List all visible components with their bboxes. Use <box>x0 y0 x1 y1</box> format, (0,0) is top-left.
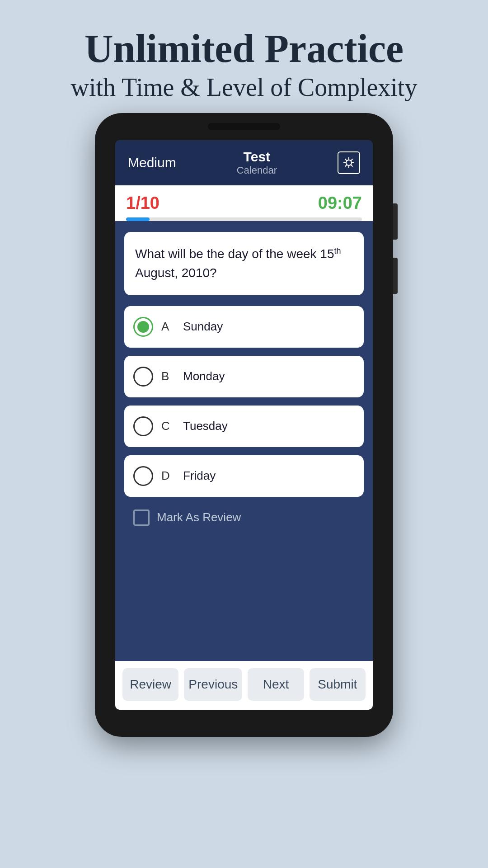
previous-button[interactable]: Previous <box>184 668 242 701</box>
side-button-2 <box>393 258 398 294</box>
submit-button[interactable]: Submit <box>310 668 366 701</box>
option-c[interactable]: C Tuesday <box>124 406 364 447</box>
phone-device: Medium Test Calendar <box>95 113 393 737</box>
option-d-text: Friday <box>183 469 216 483</box>
progress-area: 1/10 09:07 <box>115 185 373 221</box>
main-title: Unlimited Practice <box>0 27 488 71</box>
option-b-text: Monday <box>183 369 225 383</box>
test-label: Test <box>237 149 277 165</box>
option-a-text: Sunday <box>183 320 223 334</box>
radio-b <box>133 367 153 387</box>
option-d-letter: D <box>161 469 175 483</box>
settings-icon[interactable] <box>338 151 360 174</box>
option-d[interactable]: D Friday <box>124 455 364 497</box>
svg-line-6 <box>351 165 352 166</box>
next-button[interactable]: Next <box>248 668 304 701</box>
timer-display: 09:07 <box>318 193 362 213</box>
phone-speaker <box>208 123 280 130</box>
bottom-nav: Review Previous Next Submit <box>115 661 373 710</box>
phone-screen: Medium Test Calendar <box>115 140 373 710</box>
review-checkbox[interactable] <box>133 509 150 526</box>
app-header: Medium Test Calendar <box>115 140 373 185</box>
svg-line-5 <box>345 159 347 160</box>
header-center: Test Calendar <box>237 149 277 176</box>
radio-d <box>133 466 153 486</box>
progress-bar-container <box>126 217 362 221</box>
option-a[interactable]: A Sunday <box>124 306 364 348</box>
svg-line-7 <box>351 159 352 160</box>
radio-c <box>133 416 153 436</box>
option-c-letter: C <box>161 419 175 433</box>
difficulty-label: Medium <box>128 155 176 170</box>
category-label: Calendar <box>237 165 277 176</box>
question-text: What will be the day of the week 15th Au… <box>135 245 353 283</box>
page-header: Unlimited Practice with Time & Level of … <box>0 0 488 113</box>
phone-top-bar <box>95 113 393 140</box>
option-b-letter: B <box>161 369 175 383</box>
progress-bar-fill <box>126 217 150 221</box>
question-card: What will be the day of the week 15th Au… <box>124 232 364 295</box>
review-label: Mark As Review <box>157 510 241 524</box>
option-c-text: Tuesday <box>183 419 228 433</box>
option-a-letter: A <box>161 320 175 334</box>
option-b[interactable]: B Monday <box>124 356 364 397</box>
review-button[interactable]: Review <box>122 668 178 701</box>
side-button-1 <box>393 203 398 240</box>
question-counter: 1/10 <box>126 193 160 213</box>
main-subtitle: with Time & Level of Complexity <box>0 71 488 104</box>
quiz-body: What will be the day of the week 15th Au… <box>115 221 373 541</box>
mark-review-row[interactable]: Mark As Review <box>124 505 364 530</box>
svg-point-0 <box>346 160 352 165</box>
svg-line-8 <box>345 165 347 166</box>
radio-a <box>133 317 153 337</box>
radio-a-fill <box>137 321 149 333</box>
